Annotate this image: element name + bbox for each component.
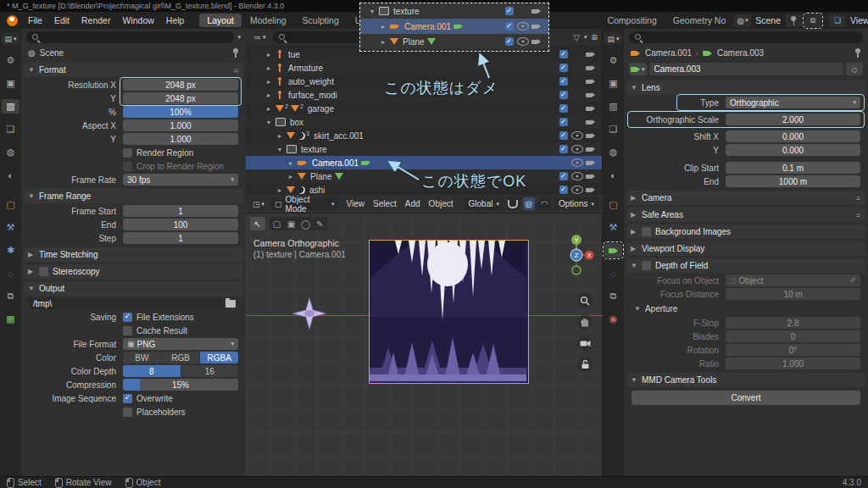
file-format-dropdown[interactable]: ▣PNG▾ <box>123 338 238 350</box>
object-properties-icon[interactable]: ▢ <box>604 197 622 212</box>
viewport-display-panel-header[interactable]: ▶ Viewport Display <box>626 241 865 256</box>
render-visibility-icon[interactable] <box>586 104 596 113</box>
viewport-menu-select[interactable]: Select <box>369 199 401 208</box>
format-panel-header[interactable]: ▼ Format ≡ <box>24 63 243 77</box>
output-properties-icon[interactable]: ▥ <box>604 99 622 114</box>
expander-icon[interactable]: ▸ <box>264 64 273 72</box>
presets-menu-icon[interactable]: ≡ <box>234 66 239 75</box>
output-properties-icon[interactable]: ▥ <box>2 99 19 114</box>
outliner-options-icon[interactable]: ⊞ <box>591 33 598 42</box>
ratio-field[interactable]: 1.000 <box>726 358 860 369</box>
expander-icon[interactable]: ▸ <box>379 38 387 46</box>
enable-checkbox-icon[interactable] <box>559 118 568 126</box>
scene-properties-icon[interactable]: ◍ <box>2 145 19 159</box>
lens-panel-header[interactable]: ▼ Lens <box>626 80 865 95</box>
resolution-y-field[interactable]: 2048 px <box>123 92 238 104</box>
rotation-field[interactable]: 0° <box>726 344 860 356</box>
presets-menu-icon[interactable]: ≡ <box>856 211 861 219</box>
outliner-row-Camera.001[interactable]: ▸Camera.001 <box>246 156 603 169</box>
mode-dropdown[interactable]: ▢Object Mode▾ <box>270 197 338 210</box>
enable-checkbox-icon[interactable] <box>559 172 568 180</box>
workspace-tab-layout[interactable]: Layout <box>199 14 242 27</box>
background-images-checkbox[interactable] <box>642 227 651 236</box>
overwrite-checkbox[interactable] <box>123 394 132 403</box>
expander-icon[interactable]: ▾ <box>368 8 376 15</box>
camera-data-name-field[interactable]: Camera.003 <box>649 63 843 75</box>
stereoscopy-checkbox[interactable] <box>39 267 48 276</box>
breadcrumb-object[interactable]: Camera.001 <box>645 48 692 58</box>
color-rgba-button[interactable]: RGBA <box>200 352 238 363</box>
constraint-properties-icon[interactable]: ⧉ <box>2 289 19 303</box>
workspace-tab-sculpting[interactable]: Sculpting <box>295 14 347 27</box>
blender-logo-icon[interactable] <box>7 15 18 26</box>
view-layer-icon[interactable]: ❏ <box>829 14 846 27</box>
expander-icon[interactable]: ▸ <box>275 132 284 140</box>
modifier-properties-icon[interactable]: ⚒ <box>604 220 622 235</box>
aspect-y-field[interactable]: 1.000 <box>123 133 238 145</box>
lock-icon[interactable] <box>577 357 593 372</box>
render-visibility-icon[interactable] <box>586 158 596 167</box>
expander-icon[interactable]: ▾ <box>275 146 284 153</box>
render-properties-icon[interactable]: ▣ <box>2 76 19 91</box>
placeholders-checkbox[interactable] <box>123 408 132 417</box>
expander-icon[interactable]: ▸ <box>264 78 273 86</box>
depth-8-button[interactable]: 8 <box>123 365 181 377</box>
presets-menu-icon[interactable]: ≡ <box>856 194 861 202</box>
viewport-menu-view[interactable]: View <box>342 199 370 208</box>
properties-search-input[interactable] <box>26 31 234 43</box>
new-scene-button[interactable]: ⧉ <box>804 14 821 27</box>
frame-rate-dropdown[interactable]: 30 fps▾ <box>123 174 238 186</box>
outliner-row-texture[interactable]: ▾texture <box>360 3 548 19</box>
orthographic-scale-field[interactable]: 2.000 <box>726 114 860 125</box>
editor-type-button[interactable]: ▤▾ <box>604 32 621 45</box>
time-stretching-panel-header[interactable]: ▶ Time Stretching <box>24 247 243 262</box>
pin-icon[interactable] <box>231 48 239 58</box>
convert-button[interactable]: Convert <box>632 391 860 405</box>
menu-edit[interactable]: Edit <box>48 14 75 27</box>
menu-window[interactable]: Window <box>116 14 159 27</box>
color-bw-button[interactable]: BW <box>123 352 161 363</box>
outliner-row-garage[interactable]: ▸22garage <box>246 102 603 115</box>
filter-funnel-icon[interactable]: ▽ <box>573 33 580 42</box>
snap-magnet-icon[interactable] <box>507 197 520 210</box>
transform-orientation-dropdown[interactable]: Global▾ <box>465 197 504 210</box>
particle-properties-icon[interactable]: ✱ <box>2 243 19 258</box>
gizmo-toggle-icon[interactable]: ◠ <box>538 197 551 210</box>
modifier-properties-icon[interactable]: ⚒ <box>2 220 19 235</box>
render-visibility-icon[interactable] <box>531 37 542 46</box>
depth-of-field-checkbox[interactable] <box>642 261 651 270</box>
render-visibility-icon[interactable] <box>531 22 542 30</box>
frame-end-field[interactable]: 100 <box>123 219 238 230</box>
color-rgb-button[interactable]: RGB <box>162 352 200 363</box>
blades-field[interactable]: 0 <box>726 330 860 342</box>
circle-select-button[interactable]: ◯ <box>298 217 313 230</box>
editor-type-button[interactable]: ▤▾ <box>2 32 19 45</box>
camera-panel-header[interactable]: ▶ Camera ≡ <box>626 191 865 205</box>
enable-checkbox-icon[interactable] <box>559 131 568 140</box>
focus-object-field[interactable]: ▢Object✐ <box>726 274 860 286</box>
render-region-checkbox[interactable] <box>123 148 132 158</box>
output-path-field[interactable]: /tmp\ <box>29 297 223 309</box>
expander-icon[interactable]: ▸ <box>264 92 273 99</box>
shift-x-field[interactable]: 0.000 <box>726 130 860 142</box>
render-visibility-icon[interactable] <box>586 77 596 86</box>
compression-slider[interactable]: 15% <box>123 379 238 391</box>
render-visibility-icon[interactable] <box>586 118 596 126</box>
enable-checkbox-icon[interactable] <box>505 37 514 46</box>
enable-checkbox-icon[interactable] <box>505 22 514 30</box>
safe-areas-panel-header[interactable]: ▶ Safe Areas ≡ <box>626 208 865 222</box>
mmd-camera-tools-panel-header[interactable]: ▼ MMD Camera Tools <box>626 373 865 387</box>
crop-render-region-checkbox[interactable] <box>123 162 132 171</box>
visibility-eye-icon[interactable] <box>571 172 583 180</box>
expander-icon[interactable]: ▸ <box>287 159 295 167</box>
object-data-properties-icon[interactable] <box>604 243 622 258</box>
focus-distance-field[interactable]: 10 m <box>726 288 860 300</box>
visibility-eye-icon[interactable] <box>571 145 583 153</box>
enable-checkbox-icon[interactable] <box>559 77 568 86</box>
scene-object-thumbnail[interactable] <box>290 297 329 332</box>
outliner-row-Plane[interactable]: ▸Plane <box>360 34 548 49</box>
render-visibility-icon[interactable] <box>586 91 596 99</box>
depth-of-field-panel-header[interactable]: ▼ Depth of Field <box>626 258 865 273</box>
viewport-3d[interactable]: ◳▾ ▢Object Mode▾ ViewSelectAddObject Glo… <box>246 195 603 477</box>
aperture-subpanel-header[interactable]: ▼ Aperture <box>634 302 865 315</box>
